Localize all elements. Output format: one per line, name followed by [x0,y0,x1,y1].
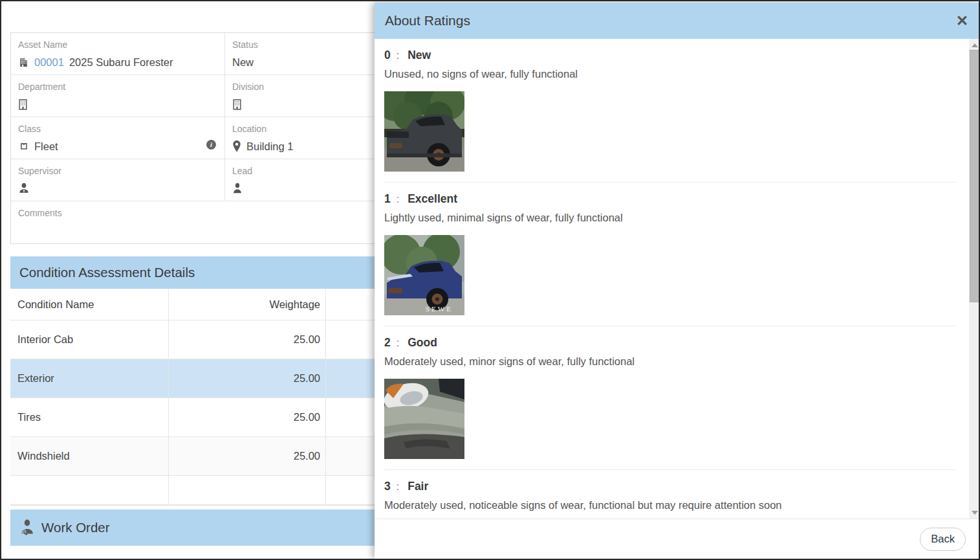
svg-text:i: i [210,141,212,148]
condition-name-cell: Tires [10,398,168,436]
worker-wrench-icon [19,519,35,536]
rating-photo-dark-gray-suv [384,91,464,172]
class-label: Class [18,124,218,134]
tag-icon [18,141,29,152]
rating-item-0: 0 : New Unused, no signs of wear, fully … [384,39,956,183]
close-icon[interactable]: ✕ [956,14,968,28]
map-pin-icon [232,140,241,152]
rating-item-1: 1 : Excellent Lightly used, minimal sign… [384,183,956,326]
rating-photo-blue-suv: SEWE [384,235,464,315]
condition-name-cell: Windshield [10,437,168,475]
about-ratings-modal: About Ratings ✕ 0 : New Unused, no signs… [375,3,980,559]
department-field: Department [11,75,224,117]
work-order-title: Work Order [41,520,110,535]
weightage-cell: 25.00 [168,359,325,398]
scrollbar-thumb[interactable] [970,50,979,302]
asset-name-field: Asset Name 00001 2025 Subaru Forester [11,33,224,74]
rating-description: Lightly used, minimal signs of wear, ful… [384,212,956,224]
rating-name: Excellent [408,192,457,206]
building-outline-icon [18,99,28,110]
rating-name: Good [408,336,437,350]
photo-watermark: SEWE [426,305,453,313]
rating-description: Unused, no signs of wear, fully function… [384,68,956,80]
rating-name: New [408,49,431,62]
building-outline-icon [232,99,242,110]
rating-value: 2 [384,336,391,350]
condition-name-cell: Exterior [10,359,168,398]
location-value: Building 1 [246,140,293,153]
rating-item-2: 2 : Good Moderately used, minor signs of… [384,326,956,470]
rating-item-3: 3 : Fair Moderately used, noticeable sig… [384,470,956,519]
rating-separator: : [397,194,399,205]
app-frame: Asset Name 00001 2025 Subaru Forester St… [0,0,980,560]
modal-footer: Back [375,519,980,559]
condition-name-cell: Interior Cab [10,320,168,359]
modal-title: About Ratings [385,13,470,28]
person-icon [232,183,243,194]
class-field: Class Fleet i [11,117,224,159]
department-label: Department [18,82,218,92]
scrollbar-up-arrow[interactable] [969,40,980,50]
status-value: New [232,56,254,69]
scrollbar-down-arrow[interactable] [969,508,980,517]
modal-body: 0 : New Unused, no signs of wear, fully … [375,39,980,519]
rating-photo-gray-car-closeup [384,379,464,459]
asset-name-value: 2025 Subaru Forester [69,56,173,69]
weightage-cell: 25.00 [168,437,325,475]
asset-name-label: Asset Name [18,39,218,50]
rating-name: Fair [408,480,428,493]
rating-description: Moderately used, noticeable signs of wea… [384,499,956,511]
class-value: Fleet [34,140,58,153]
rating-value: 1 [384,192,391,206]
modal-header: About Ratings ✕ [375,3,980,39]
rating-value: 0 [384,49,391,62]
rating-description: Moderately used, minor signs of wear, fu… [384,355,956,368]
rating-separator: : [397,337,399,349]
asset-tag-link[interactable]: 00001 [34,56,64,69]
rating-value: 3 [384,480,391,493]
column-header-weightage: Weightage [168,289,325,320]
modal-scrollbar [969,39,980,519]
weightage-cell: 25.00 [168,320,325,359]
column-header-condition-name: Condition Name [10,289,168,320]
ratings-list: 0 : New Unused, no signs of wear, fully … [375,39,969,519]
back-button[interactable]: Back [920,528,966,551]
person-icon [18,183,30,194]
weightage-cell: 25.00 [168,398,325,436]
supervisor-field: Supervisor [11,159,224,201]
supervisor-label: Supervisor [18,166,218,176]
rating-separator: : [397,481,399,493]
rating-separator: : [397,50,399,62]
building-solid-icon [18,57,29,68]
condition-section-title: Condition Assessment Details [19,265,195,280]
info-circle-icon[interactable]: i [206,139,217,150]
